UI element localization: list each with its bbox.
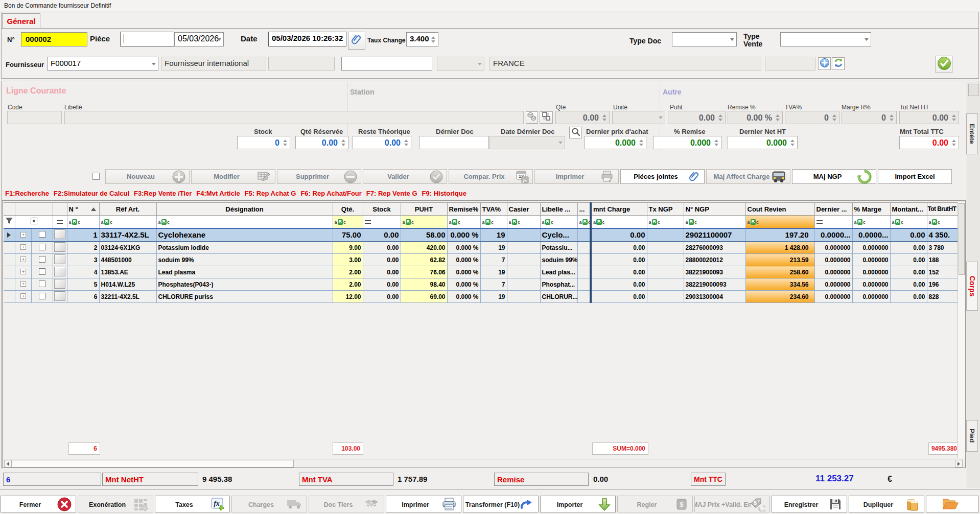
filter-cell-mnt[interactable]: aBc bbox=[591, 216, 647, 228]
filter-cell-marge[interactable]: aBc bbox=[852, 216, 890, 228]
mnttotal-field[interactable]: 0.00 bbox=[899, 136, 959, 149]
cell-qte[interactable]: 2.00 bbox=[333, 266, 363, 278]
cell-des[interactable]: soduim 99% bbox=[156, 254, 333, 266]
derdoc-field[interactable] bbox=[419, 136, 489, 149]
action-nouveau[interactable]: Nouveau bbox=[105, 169, 190, 184]
cell-des[interactable]: Cyclohexane bbox=[156, 228, 333, 242]
cell-ref[interactable]: 13853.AE bbox=[99, 266, 156, 278]
row-checkbox[interactable] bbox=[39, 293, 45, 299]
row-button-cell[interactable] bbox=[53, 266, 67, 278]
action-modifier[interactable]: Modifier bbox=[191, 169, 275, 184]
row-ellipsis-button[interactable] bbox=[54, 242, 65, 252]
scrollbar-thumb[interactable] bbox=[12, 460, 294, 468]
cell-dots[interactable] bbox=[577, 291, 591, 303]
cell-libelle[interactable]: Cyclo... bbox=[540, 228, 577, 242]
toolbar-taxes[interactable]: Taxesfx bbox=[155, 496, 230, 512]
cell-tot[interactable]: 188 bbox=[927, 254, 959, 266]
cell-tot[interactable]: 4 350. bbox=[927, 228, 959, 242]
row-expand-cell[interactable] bbox=[15, 228, 31, 242]
cell-casier[interactable] bbox=[507, 242, 540, 254]
cell-libelle[interactable]: Lead plas... bbox=[540, 266, 577, 278]
vertical-scrollbar[interactable] bbox=[958, 202, 965, 458]
datederdoc-field[interactable] bbox=[489, 136, 565, 149]
cell-remise[interactable]: 0.000 % bbox=[447, 291, 480, 303]
margepct-field[interactable]: 0 bbox=[842, 111, 897, 124]
cell-des[interactable]: Potassium iodide bbox=[156, 242, 333, 254]
libelle-input[interactable] bbox=[64, 111, 524, 124]
qteres-field[interactable]: 0.00 bbox=[295, 136, 348, 149]
cell-ref[interactable]: 33117-4X2.5L bbox=[99, 228, 156, 242]
cell-casier[interactable] bbox=[507, 228, 540, 242]
toolbar-regler[interactable]: Regler$ bbox=[617, 496, 693, 512]
filter-cell-cout[interactable]: aBc bbox=[745, 216, 814, 228]
cell-txngp[interactable] bbox=[647, 278, 684, 291]
tab-general[interactable]: Géneral bbox=[2, 13, 40, 28]
spinner-arrows[interactable] bbox=[951, 137, 957, 148]
remisepct-field[interactable]: 0.00 % bbox=[728, 111, 783, 124]
side-tab-pied[interactable]: Pied bbox=[966, 420, 978, 452]
column-header-n[interactable]: N ° bbox=[67, 203, 99, 216]
filter-cell-des[interactable]: aBc bbox=[156, 216, 333, 228]
row-expand-cell[interactable] bbox=[15, 242, 31, 254]
pctremise-field[interactable]: 0.000 bbox=[653, 136, 721, 149]
spinner-arrows[interactable] bbox=[831, 112, 837, 123]
grid-row-6[interactable]: 632211-4X2.5LCHLORURE puriss12.000.0069.… bbox=[4, 291, 959, 303]
cell-ref[interactable]: 448501000 bbox=[99, 254, 156, 266]
cell-n[interactable]: 2 bbox=[67, 242, 99, 254]
grid-header-button[interactable] bbox=[53, 203, 67, 216]
row-button-cell[interactable] bbox=[53, 254, 67, 266]
cell-dots[interactable] bbox=[577, 266, 591, 278]
cell-marge[interactable]: 0.000000 bbox=[852, 266, 890, 278]
attach-button[interactable] bbox=[348, 32, 365, 50]
row-check-cell[interactable] bbox=[31, 228, 53, 242]
cell-tot[interactable]: 196 bbox=[927, 278, 959, 291]
cell-ngp[interactable]: 29031300004 bbox=[684, 291, 745, 303]
spinner-arrows[interactable] bbox=[430, 34, 436, 45]
horizontal-scrollbar[interactable] bbox=[4, 459, 963, 468]
cell-txngp[interactable] bbox=[647, 266, 684, 278]
search-button[interactable] bbox=[569, 127, 582, 138]
column-header-tot[interactable]: Tot BrutHT bbox=[927, 203, 959, 216]
filter-cell-ngp[interactable]: aBc bbox=[684, 216, 745, 228]
stock-field[interactable]: 0 bbox=[237, 136, 290, 149]
cell-montant[interactable]: 0.00 bbox=[890, 254, 927, 266]
column-header-casier[interactable]: Casier bbox=[507, 203, 540, 216]
piece-date-combo[interactable]: 05/03/2026 bbox=[174, 32, 224, 46]
cell-cout[interactable]: 213.59 bbox=[745, 254, 814, 266]
row-check-cell[interactable] bbox=[31, 291, 53, 303]
cell-dernier[interactable]: 0.000000 bbox=[814, 291, 852, 303]
cell-cout[interactable]: 334.56 bbox=[745, 278, 814, 291]
expand-icon[interactable] bbox=[20, 293, 26, 299]
row-button-cell[interactable] bbox=[53, 278, 67, 291]
toolbar-dupliquer[interactable]: Dupliquer bbox=[849, 496, 924, 512]
grid-header-check[interactable] bbox=[15, 203, 53, 216]
cell-tot[interactable]: 3 780 bbox=[927, 242, 959, 254]
cell-montant[interactable]: 0.00 bbox=[890, 266, 927, 278]
cell-tva[interactable]: 19 bbox=[480, 228, 507, 242]
spinner-arrows[interactable] bbox=[775, 112, 781, 123]
order-number-input[interactable]: 000002 bbox=[21, 32, 87, 46]
action-compar-prix[interactable]: Compar. Prix12fx bbox=[449, 169, 533, 184]
side-strip-button[interactable] bbox=[968, 84, 979, 96]
column-header-des[interactable]: Désignation bbox=[156, 203, 333, 216]
filter-cell-txngp[interactable]: aBc bbox=[647, 216, 684, 228]
scroll-right-button[interactable] bbox=[955, 460, 963, 468]
cell-stock[interactable]: 0.00 bbox=[363, 291, 401, 303]
action-supprimer[interactable]: Supprimer bbox=[277, 169, 361, 184]
unite-field[interactable] bbox=[612, 111, 665, 124]
column-header-puht[interactable]: PUHT bbox=[401, 203, 447, 216]
cell-dots[interactable] bbox=[577, 242, 591, 254]
row-ellipsis-button[interactable] bbox=[54, 291, 65, 301]
row-check-cell[interactable] bbox=[31, 254, 53, 266]
cell-casier[interactable] bbox=[507, 254, 540, 266]
validate-header-button[interactable] bbox=[936, 56, 952, 73]
cell-stock[interactable]: 0.00 bbox=[363, 242, 401, 254]
cell-puht[interactable]: 76.06 bbox=[401, 266, 447, 278]
row-expand-cell[interactable] bbox=[15, 254, 31, 266]
cell-n[interactable]: 5 bbox=[67, 278, 99, 291]
cell-marge[interactable]: 0.000000 bbox=[852, 291, 890, 303]
cell-remise[interactable]: 0.000 % bbox=[447, 242, 480, 254]
toolbar-charges[interactable]: Charges bbox=[231, 496, 307, 512]
cell-mnt[interactable]: 0.00 bbox=[591, 228, 647, 242]
row-checkbox[interactable] bbox=[39, 231, 45, 238]
